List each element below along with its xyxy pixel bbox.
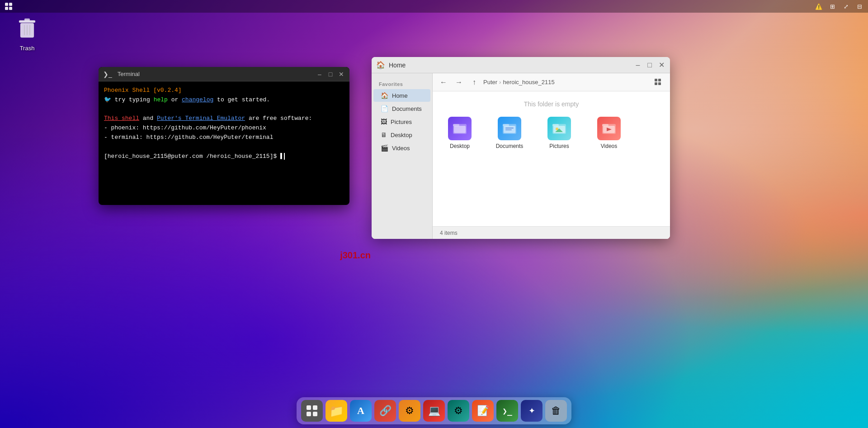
svg-rect-11 bbox=[658, 79, 661, 81]
filemanager-window: 🏠 Home – □ ✕ Favorites 🏠 Home 📄 Document… bbox=[372, 57, 670, 239]
fm-forward-button[interactable]: → bbox=[453, 76, 465, 89]
sidebar-item-videos[interactable]: 🎬 Videos bbox=[373, 142, 430, 154]
puter-menu-icon[interactable] bbox=[5, 2, 13, 10]
fm-sidebar: Favorites 🏠 Home 📄 Documents 🖼 Pictures … bbox=[372, 73, 433, 239]
folder-documents-label: Documents bbox=[496, 143, 524, 149]
svg-rect-13 bbox=[658, 82, 661, 85]
fm-favorites-heading: Favorites bbox=[372, 80, 432, 89]
terminal-app-icon: ❯_ bbox=[103, 71, 112, 78]
terminal-maximize-button[interactable]: □ bbox=[327, 71, 334, 78]
sidebar-item-documents-label: Documents bbox=[392, 105, 422, 112]
fm-up-button[interactable]: ↑ bbox=[468, 76, 481, 89]
svg-rect-1 bbox=[9, 3, 12, 6]
trash-label: Trash bbox=[20, 45, 35, 52]
warning-icon[interactable]: ⚠️ bbox=[815, 2, 823, 10]
svg-rect-5 bbox=[24, 19, 30, 21]
svg-rect-34 bbox=[313, 412, 317, 416]
terminal-line-1: Phoenix Shell [v0.2.4] bbox=[104, 86, 344, 95]
folder-pictures-icon bbox=[547, 117, 571, 140]
dock-icon-puter[interactable]: ✦ bbox=[521, 400, 542, 422]
dock-icon-terminal[interactable]: ❯_ bbox=[496, 400, 518, 422]
top-bar-left bbox=[5, 2, 13, 10]
breadcrumb-puter[interactable]: Puter bbox=[483, 79, 497, 86]
dock-icon-devtools[interactable]: ⚙ bbox=[399, 400, 420, 422]
terminal-title: Terminal bbox=[118, 71, 312, 77]
sidebar-item-desktop-label: Desktop bbox=[391, 132, 412, 138]
dock: 📁 A 🔗 ⚙ 💻 ⚙ 📝 ❯_ ✦ 🗑 bbox=[297, 397, 571, 424]
terminal-body[interactable]: Phoenix Shell [v0.2.4] 🐦 try typing help… bbox=[99, 81, 349, 205]
documents-sidebar-icon: 📄 bbox=[381, 105, 388, 112]
folder-videos-icon bbox=[597, 117, 621, 140]
folder-documents[interactable]: Documents bbox=[491, 117, 528, 149]
fm-body: Favorites 🏠 Home 📄 Documents 🖼 Pictures … bbox=[372, 73, 670, 239]
fm-minimize-button[interactable]: – bbox=[634, 61, 642, 69]
pictures-sidebar-icon: 🖼 bbox=[381, 118, 387, 125]
svg-rect-16 bbox=[454, 126, 466, 133]
sidebar-item-home[interactable]: 🏠 Home bbox=[373, 89, 430, 102]
breadcrumb: Puter › heroic_house_2115 bbox=[483, 79, 648, 86]
dock-icon-deveditor[interactable]: 💻 bbox=[423, 400, 445, 422]
sidebar-item-desktop[interactable]: 🖥 Desktop bbox=[373, 128, 430, 141]
svg-rect-3 bbox=[9, 7, 12, 10]
fm-content: This folder is empty Desktop bbox=[433, 91, 670, 226]
terminal-line-4: - phoenix: https://github.com/HeyPuter/p… bbox=[104, 124, 344, 133]
fm-close-button[interactable]: ✕ bbox=[657, 61, 665, 69]
dock-icon-settings[interactable]: ⚙ bbox=[448, 400, 469, 422]
svg-rect-20 bbox=[505, 128, 514, 128]
terminal-line-3: This shell and Puter's Terminal Emulator… bbox=[104, 114, 344, 124]
dock-icon-connections[interactable]: 🔗 bbox=[374, 400, 396, 422]
terminal-close-button[interactable]: ✕ bbox=[338, 71, 345, 78]
sidebar-item-documents[interactable]: 📄 Documents bbox=[373, 102, 430, 115]
svg-rect-21 bbox=[505, 129, 512, 130]
terminal-line-2: 🐦 try typing help or changelog to get st… bbox=[104, 95, 344, 105]
dock-icon-font[interactable]: A bbox=[350, 400, 372, 422]
window-manager-icon[interactable]: ⊞ bbox=[828, 2, 836, 10]
fm-toolbar: ← → ↑ Puter › heroic_house_2115 bbox=[433, 73, 670, 91]
dock-icon-files[interactable]: 📁 bbox=[326, 400, 347, 422]
terminal-line-blank-1 bbox=[104, 105, 344, 114]
folder-desktop[interactable]: Desktop bbox=[442, 117, 478, 149]
fm-maximize-button[interactable]: □ bbox=[646, 61, 654, 69]
folder-pictures[interactable]: Pictures bbox=[541, 117, 577, 149]
dock-icon-appgrid[interactable] bbox=[301, 400, 323, 422]
folder-desktop-icon bbox=[448, 117, 472, 140]
home-sidebar-icon: 🏠 bbox=[381, 92, 388, 99]
svg-rect-31 bbox=[307, 405, 311, 410]
terminal-line-prompt: [heroic_house_2115@puter.com /heroic_hou… bbox=[104, 152, 344, 162]
fm-status-text: 4 items bbox=[440, 230, 458, 236]
fm-icons-grid: Desktop Docume bbox=[442, 117, 661, 149]
fm-statusbar: 4 items bbox=[433, 226, 670, 239]
trash-desktop-icon[interactable]: Trash bbox=[9, 17, 45, 52]
folder-documents-icon bbox=[498, 117, 521, 140]
folder-desktop-label: Desktop bbox=[450, 143, 470, 149]
dock-icon-trash[interactable]: 🗑 bbox=[545, 400, 567, 422]
sidebar-item-pictures[interactable]: 🖼 Pictures bbox=[373, 115, 430, 128]
fullscreen-icon[interactable]: ⤢ bbox=[842, 2, 850, 10]
fm-empty-message: This folder is empty bbox=[442, 100, 661, 108]
terminal-titlebar: ❯_ Terminal – □ ✕ bbox=[99, 67, 349, 81]
svg-rect-0 bbox=[5, 3, 8, 6]
grid-toggle-button[interactable] bbox=[651, 75, 665, 90]
videos-sidebar-icon: 🎬 bbox=[381, 144, 388, 152]
top-bar-right: ⚠️ ⊞ ⤢ ⊟ bbox=[815, 2, 863, 10]
svg-rect-10 bbox=[655, 79, 657, 81]
svg-rect-2 bbox=[5, 7, 8, 10]
folder-videos[interactable]: Videos bbox=[591, 117, 627, 149]
desktop-sidebar-icon: 🖥 bbox=[381, 131, 387, 138]
fm-home-icon: 🏠 bbox=[376, 61, 385, 69]
top-bar: ⚠️ ⊞ ⤢ ⊟ bbox=[0, 0, 868, 13]
svg-rect-32 bbox=[313, 405, 317, 410]
fm-main: ← → ↑ Puter › heroic_house_2115 bbox=[433, 73, 670, 239]
sidebar-item-videos-label: Videos bbox=[392, 145, 410, 152]
dock-icon-notes[interactable]: 📝 bbox=[472, 400, 494, 422]
sidebar-item-home-label: Home bbox=[392, 92, 408, 99]
watermark: j301.cn bbox=[340, 250, 371, 261]
taskbar-icon[interactable]: ⊟ bbox=[855, 2, 863, 10]
terminal-window: ❯_ Terminal – □ ✕ Phoenix Shell [v0.2.4]… bbox=[99, 67, 349, 205]
fm-back-button[interactable]: ← bbox=[437, 76, 450, 89]
terminal-minimize-button[interactable]: – bbox=[316, 71, 323, 78]
breadcrumb-sep: › bbox=[499, 79, 501, 86]
folder-videos-label: Videos bbox=[601, 143, 617, 149]
fm-titlebar: 🏠 Home – □ ✕ bbox=[372, 57, 670, 73]
breadcrumb-folder[interactable]: heroic_house_2115 bbox=[503, 79, 554, 86]
